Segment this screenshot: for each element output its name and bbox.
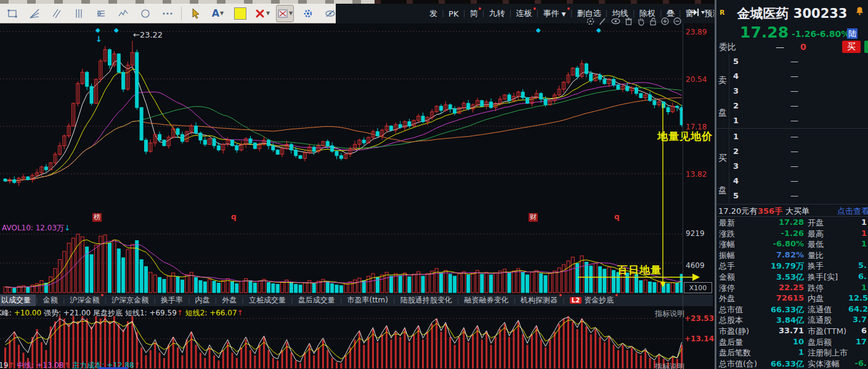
sell-level-row[interactable]: 5— [716,54,868,69]
ticker-type: 大买单 [785,206,809,217]
trash-icon[interactable] [624,17,633,26]
value-part: 短线2: +66.07 [183,309,237,317]
volume-axis-label: 9219 [686,229,705,238]
sell-level-row[interactable]: 3— [716,84,868,99]
new-badge-dot [567,7,570,10]
tab-资金抄底[interactable]: L2资金抄底 [565,294,619,306]
menu-item-简[interactable]: 简 [465,8,482,19]
price-change: -1.26 [792,29,816,39]
stat-value: 10 [752,337,804,346]
event-diamond-marker: ◆ [596,26,601,33]
draw-pencil-icon[interactable] [598,17,607,26]
tab-以成交量[interactable]: 以成交量 [0,294,36,306]
value-part: ↑ [237,309,243,317]
stat-value: -6. [848,359,867,368]
buy-level-row[interactable]: 3— [716,159,868,174]
alert-bell-icon[interactable] [855,6,864,15]
color-swatch-yellow[interactable] [232,6,248,22]
menu-item-事件[interactable]: 事件▼ [539,8,570,19]
tab-沪深京金额[interactable]: 沪深京金额 [107,294,153,306]
more-tools-icon[interactable] [159,6,176,22]
settings-gear-icon[interactable] [299,6,316,22]
tab-盘后成交量[interactable]: 盘后成交量 [293,294,340,306]
timeline-marker-榜[interactable]: 榜 [92,213,102,222]
gann-lines-tool-icon[interactable] [92,6,109,22]
circle-tool-icon[interactable] [137,6,153,22]
price-axis-label: 13.82 [686,170,707,179]
buy-level-row[interactable]: 1— [716,129,868,144]
oscillator-axis-label: +23.53 [684,314,714,323]
chart-settings-icon[interactable] [586,17,595,26]
stat-label: 市盈(TTM) [808,326,846,337]
tab-外盘[interactable]: 外盘 [217,294,241,306]
sell-level-row[interactable]: 2— [716,99,868,113]
tab-换手率[interactable]: 换手率 [156,294,188,306]
buy-button[interactable]: 买 [842,41,861,53]
stat-value: 3.7 [848,315,867,324]
tab-沪深金额[interactable]: 沪深金额 [65,294,104,306]
ranking-icon[interactable]: R [720,9,724,17]
sell-level-row[interactable]: 1— [716,113,868,128]
vertical-lines-tool-icon[interactable] [70,6,87,22]
weibi-label: 委比 [719,42,736,53]
delete-drawing-icon[interactable]: ▼ [254,6,270,22]
collapse-panel-icon[interactable] [689,7,705,17]
menu-item-九转[interactable]: 九转 [485,8,509,19]
zoom-out-icon[interactable] [673,17,682,26]
timeline-marker-q[interactable]: q [614,213,620,221]
stat-row: 涨跌-1.26最高1 [716,228,868,239]
visibility-eye-icon[interactable] [610,17,621,26]
stat-value: -1.26 [752,229,804,238]
buy-level-row[interactable]: 2— [716,144,868,159]
tab-立桩成交量[interactable]: 立桩成交量 [244,294,291,306]
menu-item-发[interactable]: 发 [425,8,442,19]
screenshot-tool-icon[interactable]: ▼ [276,5,294,22]
level-number: 5 [733,191,739,200]
rect-tool-icon[interactable] [4,6,20,22]
zoom-in-icon[interactable] [660,17,670,26]
value-part: 强势: +21.00 [41,309,91,317]
pan-hand-icon[interactable] [636,17,646,26]
toolbar-separator [181,7,182,20]
tab-内盘[interactable]: 内盘 [190,294,215,306]
buy-level-row[interactable]: 4— [716,174,868,189]
cursor-tool-icon[interactable] [187,6,204,22]
stock-code: 300233 [793,6,848,21]
timeline-marker-q[interactable]: q [231,213,237,221]
wave-tool-icon[interactable] [115,6,131,22]
stat-label: 换手 [808,261,824,272]
stat-label: 盘后额 [808,337,832,348]
level-number: 5 [733,57,739,66]
tab-机构探测器[interactable]: 机构探测器 [516,294,562,306]
sell-button[interactable]: 卖 [864,41,868,53]
fan-lines-tool-icon[interactable] [26,6,43,22]
ticker-detail-link[interactable]: 点击查看 [837,206,868,217]
weibi-row: 委比 — 0 买 卖 [716,41,868,54]
stat-row: 总市值66.33亿流通值64.2 [716,304,868,315]
timeline-marker-财[interactable]: 财 [529,213,538,222]
stat-value: 1 [848,229,867,238]
tab-市盈率(ttm)[interactable]: 市盈率(ttm) [342,294,392,306]
indicator-help-link[interactable]: 指标说明 [655,309,684,319]
stat-value: 1 [848,239,867,248]
indicator-help-link-2[interactable]: 指标说明 [655,362,684,369]
stat-value: 1 [848,283,867,292]
unlock-icon[interactable] [649,17,657,26]
stat-label: 流通股 [808,315,832,326]
level-number: 3 [733,86,739,95]
stat-label: 最低 [808,239,824,250]
value-part: 19 [0,361,8,369]
tab-融资融券变化[interactable]: 融资融券变化 [459,294,513,306]
tab-陆股通持股变化[interactable]: 陆股通持股变化 [395,294,457,306]
menu-item-连板[interactable]: 连板 [512,8,537,19]
tab-金额[interactable]: 金额 [38,294,63,306]
sell-level-row[interactable]: 4— [716,69,868,84]
stat-row: 涨幅-6.80%最低1 [716,238,868,249]
stat-label: 盘后笔数 [719,347,751,359]
menu-item-PK[interactable]: PK [444,9,463,18]
stat-label: 涨幅 [719,239,735,250]
buy-level-row[interactable]: 5— [716,189,868,203]
text-tool-icon[interactable]: A▼ [209,6,226,22]
parallel-lines-tool-icon[interactable] [48,6,65,22]
volume-unit-box: X100 [684,282,712,293]
